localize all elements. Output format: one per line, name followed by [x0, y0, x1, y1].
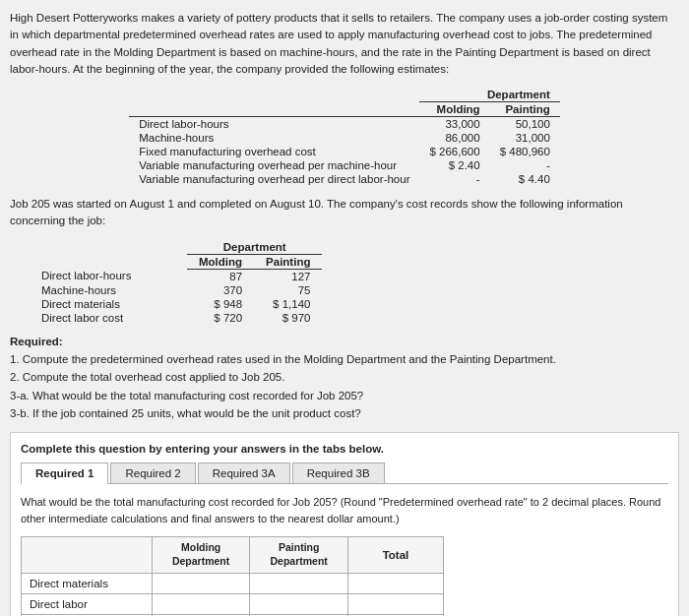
tabs-container: Complete this question by entering your … [10, 432, 679, 616]
row-painting: 31,000 [490, 131, 560, 145]
answer-row-label: Direct labor [22, 593, 153, 614]
job-table: Department Molding Painting Direct labor… [30, 240, 322, 325]
row-label: Machine-hours [129, 131, 419, 145]
required-title: Required: [10, 333, 679, 350]
row-molding: $ 2.40 [419, 158, 489, 172]
row-label: Machine-hours [30, 283, 187, 297]
answer-total-input[interactable] [356, 578, 435, 589]
job-table-row: Machine-hours 370 75 [30, 283, 322, 297]
answer-molding-input[interactable] [161, 598, 240, 610]
tab-required1[interactable]: Required 1 [21, 462, 108, 484]
estimates-table: Department Molding Painting Direct labor… [129, 88, 560, 186]
row-label: Direct labor cost [30, 311, 187, 325]
tab-required2[interactable]: Required 2 [110, 462, 195, 483]
job-table-row: Direct materials $ 948 $ 1,140 [30, 297, 322, 311]
intro-paragraph: High Desert Potteryworks makes a variety… [10, 10, 679, 78]
tabs-row: Required 1 Required 2 Required 3A Requir… [21, 462, 668, 484]
dept-table-row: Direct labor-hours 33,000 50,100 [129, 117, 560, 132]
row-molding: 370 [187, 283, 254, 297]
answer-total-input[interactable] [356, 598, 435, 610]
tab-question: What would be the total manufacturing co… [21, 494, 668, 526]
tab-required3b[interactable]: Required 3B [292, 462, 385, 483]
row-painting: $ 1,140 [254, 297, 322, 311]
job-table-row: Direct labor-hours 87 127 [30, 269, 322, 283]
answer-painting-cell[interactable] [250, 573, 348, 593]
tab-required3a[interactable]: Required 3A [198, 462, 290, 483]
answer-painting-input[interactable] [260, 578, 339, 589]
row-painting: 75 [254, 283, 322, 297]
required-item: 1. Compute the predetermined overhead ra… [10, 350, 679, 368]
painting-col-header: Painting [490, 102, 560, 117]
dept-table-row: Variable manufacturing overhead per dire… [129, 172, 560, 186]
row-label: Variable manufacturing overhead per mach… [129, 158, 419, 172]
answer-row-label: Direct materials [22, 573, 153, 593]
answer-molding-cell[interactable] [152, 593, 250, 614]
row-label: Direct labor-hours [30, 269, 187, 283]
row-label: Variable manufacturing overhead per dire… [129, 172, 419, 186]
row-molding: $ 720 [187, 311, 254, 325]
answer-total-cell[interactable] [347, 593, 443, 614]
dept-table-row: Variable manufacturing overhead per mach… [129, 158, 560, 172]
job-painting-header: Painting [254, 254, 322, 269]
tabs-instruction: Complete this question by entering your … [21, 443, 668, 455]
row-molding: 33,000 [419, 117, 489, 132]
answer-col-total: Total [347, 537, 443, 573]
required-item: 2. Compute the total overhead cost appli… [10, 368, 679, 386]
dept-table-row: Fixed manufacturing overhead cost $ 266,… [129, 145, 560, 158]
required-section: Required: 1. Compute the predetermined o… [10, 333, 679, 423]
answer-col-molding: MoldingDepartment [152, 537, 250, 573]
row-painting: 127 [254, 269, 322, 283]
row-molding: $ 948 [187, 297, 254, 311]
answer-molding-cell[interactable] [152, 573, 250, 593]
row-label: Direct labor-hours [129, 117, 419, 132]
job-dept-header: Department [187, 240, 322, 255]
answer-col-painting: PaintingDepartment [250, 537, 348, 573]
row-label: Direct materials [30, 297, 187, 311]
row-molding: 87 [187, 269, 254, 283]
row-painting: $ 480,960 [490, 145, 560, 158]
molding-col-header: Molding [419, 102, 489, 117]
answer-molding-input[interactable] [161, 578, 240, 589]
job-table-row: Direct labor cost $ 720 $ 970 [30, 311, 322, 325]
answer-col-label [22, 537, 153, 573]
row-molding: - [419, 172, 489, 186]
row-molding: $ 266,600 [419, 145, 489, 158]
row-painting: $ 4.40 [490, 172, 560, 186]
row-painting: $ 970 [254, 311, 322, 325]
required-item: 3-b. If the job contained 25 units, what… [10, 404, 679, 422]
answer-painting-input[interactable] [260, 598, 339, 610]
dept-header: Department [419, 88, 559, 102]
answer-painting-cell[interactable] [250, 593, 348, 614]
answer-table-row: Direct labor [22, 593, 444, 614]
answer-table-row: Direct materials [22, 573, 444, 593]
dept-table-row: Machine-hours 86,000 31,000 [129, 131, 560, 145]
row-painting: 50,100 [490, 117, 560, 132]
answer-total-cell[interactable] [347, 573, 443, 593]
answer-table: MoldingDepartment PaintingDepartment Tot… [21, 536, 444, 616]
row-painting: - [490, 158, 560, 172]
row-label: Fixed manufacturing overhead cost [129, 145, 419, 158]
job-intro-text: Job 205 was started on August 1 and comp… [10, 196, 679, 230]
required-item: 3-a. What would be the total manufacturi… [10, 387, 679, 404]
job-molding-header: Molding [187, 254, 254, 269]
row-molding: 86,000 [419, 131, 489, 145]
